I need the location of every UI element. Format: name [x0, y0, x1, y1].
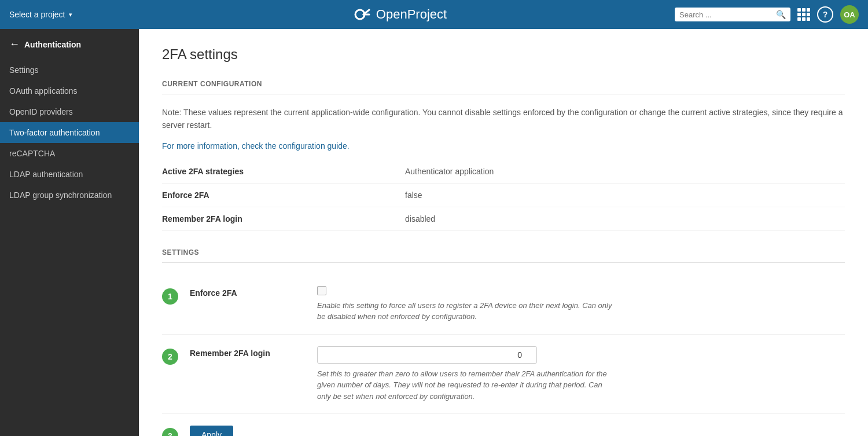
config-row-label: Enforce 2FA	[162, 183, 405, 207]
sidebar-item-label: reCAPTCHA	[9, 149, 55, 158]
apply-row: 3 Apply	[162, 414, 845, 436]
avatar[interactable]: OA	[840, 5, 859, 24]
sidebar-item-label: Settings	[9, 65, 39, 75]
project-selector-label: Select a project	[9, 10, 65, 19]
settings-row-enforce: 1 Enforce 2FA Enable this setting to for…	[162, 274, 845, 335]
layout: ← Authentication Settings OAuth applicat…	[0, 29, 868, 436]
table-row: Remember 2FA login disabled	[162, 207, 845, 230]
step-badge-2: 2	[162, 349, 178, 365]
remember-2fa-label: Remember 2FA login	[190, 346, 306, 358]
config-row-value: Authenticator application	[405, 160, 845, 184]
enforce-2fa-control: Enable this setting to force all users t…	[317, 286, 618, 323]
sidebar-back-label: Authentication	[24, 40, 81, 49]
current-config-section: CURRENT CONFIGURATION Note: These values…	[162, 80, 845, 231]
modules-icon[interactable]	[797, 8, 810, 21]
sidebar-item-label: LDAP group synchronization	[9, 190, 112, 200]
sidebar-item-openid[interactable]: OpenID providers	[0, 101, 139, 122]
back-arrow-icon: ←	[9, 38, 20, 50]
sidebar-item-label: OAuth applications	[9, 86, 78, 96]
sidebar-back[interactable]: ← Authentication	[0, 29, 139, 60]
search-box[interactable]: 🔍	[675, 8, 790, 21]
sidebar: ← Authentication Settings OAuth applicat…	[0, 29, 139, 436]
current-config-section-header: CURRENT CONFIGURATION	[162, 80, 845, 94]
app-name: OpenProject	[376, 7, 447, 22]
settings-section: SETTINGS 1 Enforce 2FA Enable this setti…	[162, 248, 845, 436]
search-input[interactable]	[679, 10, 773, 19]
sidebar-item-ldap[interactable]: LDAP authentication	[0, 164, 139, 185]
config-row-label: Remember 2FA login	[162, 207, 405, 230]
search-icon: 🔍	[776, 10, 786, 19]
remember-2fa-input[interactable]	[317, 346, 537, 364]
page-title: 2FA settings	[162, 46, 845, 63]
sidebar-item-oauth[interactable]: OAuth applications	[0, 80, 139, 101]
sidebar-item-2fa[interactable]: Two-factor authentication	[0, 122, 139, 143]
logo-icon	[353, 5, 372, 24]
help-button[interactable]: ?	[817, 6, 833, 23]
sidebar-item-label: LDAP authentication	[9, 170, 83, 179]
settings-row-remember: 2 Remember 2FA login Set this to greater…	[162, 335, 845, 415]
config-row-value: disabled	[405, 207, 845, 230]
avatar-initials: OA	[844, 10, 855, 19]
config-link[interactable]: For more information, check the configur…	[162, 141, 350, 151]
sidebar-item-settings[interactable]: Settings	[0, 60, 139, 80]
config-table: Active 2FA strategies Authenticator appl…	[162, 160, 845, 231]
main-content: 2FA settings CURRENT CONFIGURATION Note:…	[139, 29, 868, 436]
config-note: Note: These values represent the current…	[162, 106, 845, 132]
config-row-value: false	[405, 183, 845, 207]
step-badge-1: 1	[162, 288, 178, 305]
sidebar-item-ldap-group[interactable]: LDAP group synchronization	[0, 185, 139, 206]
app-logo: OpenProject	[125, 5, 675, 24]
step-number: 1	[168, 292, 172, 301]
apply-button[interactable]: Apply	[190, 426, 233, 436]
sidebar-item-label: OpenID providers	[9, 107, 73, 116]
enforce-2fa-label: Enforce 2FA	[190, 286, 306, 298]
table-row: Active 2FA strategies Authenticator appl…	[162, 160, 845, 184]
sidebar-item-recaptcha[interactable]: reCAPTCHA	[0, 143, 139, 164]
remember-2fa-control: Set this to greater than zero to allow u…	[317, 346, 618, 402]
remember-2fa-description: Set this to greater than zero to allow u…	[317, 368, 618, 402]
enforce-2fa-checkbox-wrapper	[317, 286, 618, 295]
settings-section-header: SETTINGS	[162, 248, 845, 263]
step-number: 3	[168, 431, 172, 436]
config-row-label: Active 2FA strategies	[162, 160, 405, 184]
step-number: 2	[168, 352, 172, 361]
enforce-2fa-checkbox[interactable]	[317, 286, 326, 295]
step-badge-3: 3	[162, 428, 178, 436]
enforce-2fa-description: Enable this setting to force all users t…	[317, 300, 618, 323]
project-selector[interactable]: Select a project ▾	[9, 10, 125, 19]
header-actions: 🔍 ? OA	[675, 5, 859, 24]
help-label: ?	[823, 10, 828, 19]
table-row: Enforce 2FA false	[162, 183, 845, 207]
project-selector-arrow: ▾	[69, 11, 72, 19]
sidebar-item-label: Two-factor authentication	[9, 128, 100, 137]
app-header: Select a project ▾ OpenProject 🔍 ? OA	[0, 0, 868, 29]
